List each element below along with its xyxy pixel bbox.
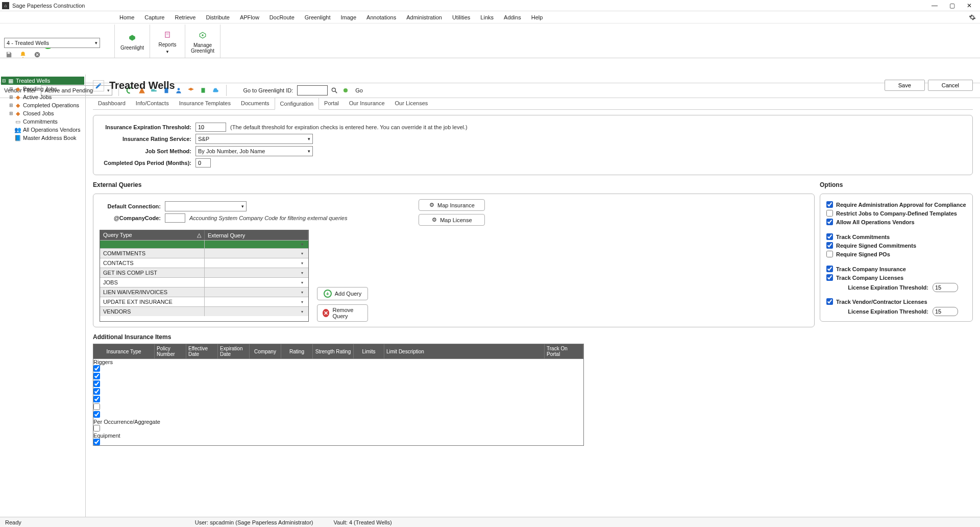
edit-icon[interactable] bbox=[93, 80, 104, 91]
row-checkbox[interactable] bbox=[93, 380, 100, 387]
opt-allow-all-vendors[interactable] bbox=[826, 219, 833, 225]
cancel-button[interactable]: Cancel bbox=[928, 80, 973, 91]
col-expiration-date[interactable]: Expiration Date bbox=[218, 344, 250, 358]
completed-input[interactable] bbox=[195, 158, 211, 167]
tree-commitments[interactable]: ▭Commitments bbox=[1, 117, 84, 126]
ins-exp-input[interactable] bbox=[195, 123, 226, 132]
companycode-input[interactable] bbox=[165, 213, 185, 223]
row-checkbox[interactable] bbox=[93, 365, 100, 372]
tab-insurance-templates[interactable]: Insurance Templates bbox=[174, 98, 236, 109]
col-limits[interactable]: Limits bbox=[354, 344, 384, 358]
tab-our-licenses[interactable]: Our Licenses bbox=[390, 98, 433, 109]
settings-gear-icon[interactable] bbox=[968, 13, 977, 22]
opt-require-signed-pos[interactable] bbox=[826, 251, 833, 257]
opt-require-signed-commitments[interactable] bbox=[826, 242, 833, 249]
insurance-row[interactable]: RiggersPer Occurrence/Aggregate bbox=[93, 359, 583, 433]
menu-greenlight[interactable]: Greenlight bbox=[300, 13, 336, 22]
row-checkbox[interactable] bbox=[93, 411, 100, 418]
maximize-button[interactable]: ▢ bbox=[943, 1, 961, 11]
expand-icon[interactable]: ⊞ bbox=[8, 86, 14, 91]
col-limit-description[interactable]: Limit Description bbox=[384, 344, 545, 358]
expand-icon[interactable]: ⊞ bbox=[8, 94, 14, 100]
row-checkbox[interactable] bbox=[93, 373, 100, 379]
row-checkbox[interactable] bbox=[93, 425, 100, 432]
query-row[interactable]: LIEN WAIVER/INVOICES▾ bbox=[100, 287, 308, 297]
save-icon[interactable] bbox=[4, 50, 13, 59]
opt-track-commitments[interactable] bbox=[826, 233, 833, 240]
tree-all-vendors[interactable]: 👥All Operations Vendors bbox=[1, 126, 84, 134]
menu-apflow[interactable]: APFlow bbox=[235, 13, 264, 22]
opt-restrict-jobs[interactable] bbox=[826, 210, 833, 217]
tree-active-jobs[interactable]: ⊞◆Active Jobs bbox=[1, 93, 84, 101]
close-button[interactable]: ✕ bbox=[961, 1, 978, 11]
col-rating[interactable]: Rating bbox=[281, 344, 313, 358]
add-query-button[interactable]: + Add Query bbox=[317, 287, 368, 300]
ribbon-greenlight[interactable]: Greenlight bbox=[114, 25, 150, 58]
menu-links[interactable]: Links bbox=[475, 13, 499, 22]
tree-completed-ops[interactable]: ⊞◆Completed Operations bbox=[1, 101, 84, 109]
menu-annotations[interactable]: Annotations bbox=[361, 13, 401, 22]
menu-distribute[interactable]: Distribute bbox=[201, 13, 234, 22]
col-policy-number[interactable]: Policy Number bbox=[155, 344, 186, 358]
menu-administration[interactable]: Administration bbox=[401, 13, 447, 22]
menu-image[interactable]: Image bbox=[336, 13, 362, 22]
minimize-button[interactable]: ― bbox=[926, 1, 943, 11]
col-track-on-portal[interactable]: Track On Portal bbox=[545, 344, 583, 358]
vendor-license-threshold-input[interactable] bbox=[933, 307, 958, 316]
menu-addins[interactable]: Addins bbox=[499, 13, 526, 22]
close-circle-icon[interactable] bbox=[33, 50, 42, 59]
expand-icon[interactable]: ⊞ bbox=[8, 111, 14, 116]
tab-portal[interactable]: Portal bbox=[319, 98, 344, 109]
tab-configuration[interactable]: Configuration bbox=[275, 98, 319, 110]
menu-docroute[interactable]: DocRoute bbox=[264, 13, 300, 22]
col-insurance-type[interactable]: Insurance Type bbox=[93, 344, 155, 358]
col-strength-rating[interactable]: Strength Rating bbox=[313, 344, 354, 358]
tree-pending-jobs[interactable]: ⊞◆Pending Jobs bbox=[1, 85, 84, 93]
query-row[interactable]: COMMITMENTS▾ bbox=[100, 248, 308, 258]
row-checkbox[interactable] bbox=[93, 388, 100, 395]
ribbon-reports[interactable]: Reports ▼ bbox=[150, 25, 185, 58]
row-checkbox[interactable] bbox=[93, 396, 100, 402]
save-button[interactable]: Save bbox=[885, 80, 925, 91]
insurance-row[interactable]: Equipment bbox=[93, 433, 583, 446]
opt-track-vendor-licenses[interactable] bbox=[826, 298, 833, 305]
tree-closed-jobs[interactable]: ⊞◆Closed Jobs bbox=[1, 109, 84, 117]
menu-help[interactable]: Help bbox=[526, 13, 548, 22]
collapse-icon[interactable]: ⊟ bbox=[1, 78, 7, 83]
col-query-type[interactable]: Query Type △ bbox=[100, 230, 205, 240]
tab-documents[interactable]: Documents bbox=[236, 98, 275, 109]
vault-selector[interactable]: 4 - Treated Wells ▾ bbox=[4, 38, 100, 48]
tree-root[interactable]: ⊟ ▦ Treated Wells bbox=[1, 77, 84, 85]
map-license-button[interactable]: ⚙ Map License bbox=[419, 214, 485, 226]
col-company[interactable]: Company bbox=[250, 344, 281, 358]
query-row[interactable]: JOBS▾ bbox=[100, 277, 308, 287]
menu-capture[interactable]: Capture bbox=[139, 13, 169, 22]
col-external-query[interactable]: External Query bbox=[205, 230, 308, 240]
jobsort-select[interactable]: By Job Number, Job Name▾ bbox=[195, 146, 313, 156]
query-row[interactable]: CONTACTS▾ bbox=[100, 258, 308, 268]
menu-home[interactable]: Home bbox=[114, 13, 139, 22]
query-row[interactable]: UPDATE EXT INSURANCE▾ bbox=[100, 297, 308, 306]
tab-our-insurance[interactable]: Our Insurance bbox=[344, 98, 390, 109]
row-checkbox[interactable] bbox=[93, 439, 100, 445]
tree-master-address[interactable]: 📘Master Address Book bbox=[1, 134, 84, 142]
query-row[interactable]: GET INS COMP LIST▾ bbox=[100, 268, 308, 277]
remove-query-button[interactable]: ✕ Remove Query bbox=[317, 304, 368, 322]
query-row[interactable]: VENDORS▾ bbox=[100, 306, 308, 316]
tab-info-contacts[interactable]: Info/Contacts bbox=[131, 98, 174, 109]
opt-track-company-licenses[interactable] bbox=[826, 274, 833, 281]
opt-require-admin-approval[interactable] bbox=[826, 201, 833, 208]
query-row[interactable]: ▾ bbox=[100, 240, 308, 248]
company-license-threshold-input[interactable] bbox=[933, 283, 958, 292]
expand-icon[interactable]: ⊞ bbox=[8, 103, 14, 108]
row-checkbox[interactable] bbox=[93, 403, 100, 410]
default-conn-select[interactable]: ▾ bbox=[165, 201, 247, 211]
rating-select[interactable]: S&P▾ bbox=[195, 134, 313, 144]
ribbon-manage-greenlight[interactable]: Manage Greenlight bbox=[185, 25, 220, 58]
bell-icon[interactable] bbox=[18, 50, 28, 59]
menu-utilities[interactable]: Utilities bbox=[447, 13, 475, 22]
opt-track-company-insurance[interactable] bbox=[826, 266, 833, 272]
map-insurance-button[interactable]: ⚙ Map Insurance bbox=[419, 199, 485, 211]
tab-dashboard[interactable]: Dashboard bbox=[93, 98, 131, 109]
menu-retrieve[interactable]: Retrieve bbox=[169, 13, 201, 22]
